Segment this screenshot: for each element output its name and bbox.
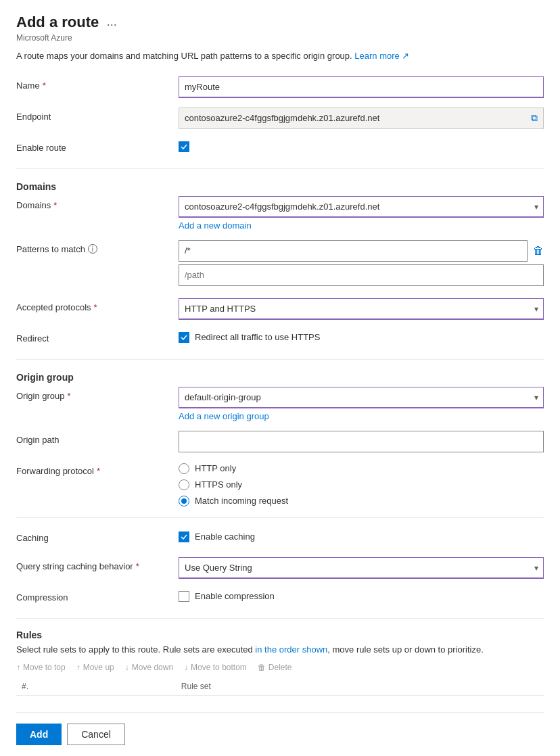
delete-icon: 🗑 — [258, 663, 266, 672]
redirect-text: Redirect all traffic to use HTTPS — [195, 332, 320, 342]
more-options-icon[interactable]: ··· — [107, 18, 117, 32]
patterns-label: Patterns to match i — [16, 240, 179, 254]
pattern-new-input[interactable] — [179, 264, 544, 286]
move-down-btn[interactable]: ↓ Move down — [125, 663, 173, 672]
query-string-select[interactable]: Use Query StringIgnore Query StringUse S… — [179, 557, 544, 579]
add-origin-group-link[interactable]: Add a new origin group — [179, 411, 269, 421]
caching-text: Enable caching — [195, 531, 255, 542]
origin-path-input[interactable] — [179, 431, 544, 452]
radio-match-incoming-label: Match incoming request — [195, 496, 288, 506]
radio-http-only[interactable] — [179, 463, 189, 474]
origin-group-label: Origin group * — [16, 387, 179, 401]
origin-path-label: Origin path — [16, 431, 179, 445]
forwarding-required-indicator: * — [97, 466, 100, 476]
radio-http-only-label: HTTP only — [195, 463, 236, 473]
move-down-label: Move down — [132, 663, 173, 672]
compression-label: Compression — [16, 588, 179, 603]
move-up-icon: ↑ — [76, 663, 80, 672]
caching-label: Caching — [16, 529, 179, 543]
move-to-top-label: Move to top — [23, 663, 66, 672]
delete-pattern-icon[interactable]: 🗑 — [533, 245, 544, 257]
accepted-protocols-label: Accepted protocols * — [16, 298, 179, 312]
radio-https-only[interactable] — [179, 479, 189, 490]
move-bottom-icon: ↓ — [184, 663, 188, 672]
redirect-checkbox[interactable] — [179, 332, 189, 343]
patterns-info-icon[interactable]: i — [88, 244, 97, 254]
domains-required-indicator: * — [53, 200, 57, 210]
rules-section-header: Rules — [16, 630, 544, 640]
name-label: Name * — [16, 76, 179, 91]
forwarding-protocol-label: Forwarding protocol * — [16, 462, 179, 476]
name-input[interactable] — [179, 76, 544, 98]
delete-label: Delete — [269, 663, 292, 672]
endpoint-value: contosoazure2-c4fggsfbgjgmdehk.z01.azure… — [179, 108, 544, 129]
add-domain-link[interactable]: Add a new domain — [179, 220, 252, 231]
page-description: A route maps your domains and matching U… — [16, 49, 544, 63]
compression-checkbox[interactable] — [179, 591, 189, 602]
move-up-btn[interactable]: ↑ Move up — [76, 663, 114, 672]
rules-col-number: #. — [16, 678, 176, 696]
enable-route-checkbox[interactable] — [179, 141, 189, 152]
rules-col-ruleset: Rule set — [176, 678, 544, 696]
domains-section-header: Domains — [16, 181, 544, 192]
move-down-icon: ↓ — [125, 663, 129, 672]
radio-match-incoming[interactable] — [179, 496, 189, 506]
origin-group-section-header: Origin group — [16, 372, 544, 383]
add-button[interactable]: Add — [16, 724, 62, 745]
domains-select[interactable]: contosoazure2-c4fggsfbgjgmdehk.z01.azure… — [179, 196, 544, 218]
query-string-required-indicator: * — [136, 561, 139, 571]
enable-route-label: Enable route — [16, 139, 179, 153]
endpoint-label: Endpoint — [16, 108, 179, 122]
cancel-button[interactable]: Cancel — [67, 724, 125, 745]
query-string-label: Query string caching behavior * — [16, 557, 179, 571]
compression-text: Enable compression — [195, 591, 275, 601]
page-title: Add a route — [16, 14, 99, 31]
move-top-icon: ↑ — [16, 663, 20, 672]
redirect-label: Redirect — [16, 329, 179, 344]
copy-icon[interactable]: ⧉ — [531, 112, 538, 124]
protocols-required-indicator: * — [94, 302, 97, 312]
move-to-top-btn[interactable]: ↑ Move to top — [16, 663, 66, 672]
radio-https-only-label: HTTPS only — [195, 479, 242, 490]
app-subtitle: Microsoft Azure — [16, 33, 544, 43]
accepted-protocols-select[interactable]: HTTP and HTTPSHTTP onlyHTTPS only — [179, 298, 544, 320]
move-up-label: Move up — [83, 663, 114, 672]
move-to-bottom-btn[interactable]: ↓ Move to bottom — [184, 663, 247, 672]
footer-actions: Add Cancel — [16, 712, 544, 745]
name-required-indicator: * — [43, 80, 46, 91]
learn-more-link[interactable]: Learn more ↗ — [354, 51, 409, 61]
move-to-bottom-label: Move to bottom — [191, 663, 247, 672]
forwarding-protocol-group: HTTP only HTTPS only Match incoming requ… — [179, 462, 544, 506]
caching-checkbox[interactable] — [179, 531, 189, 542]
delete-btn[interactable]: 🗑 Delete — [258, 663, 292, 672]
rules-table: #. Rule set — [16, 678, 544, 696]
origin-group-select[interactable]: default-origin-group — [179, 387, 544, 408]
origin-group-required-indicator: * — [68, 391, 71, 401]
rules-description: Select rule sets to apply to this route.… — [16, 643, 544, 657]
rules-desc-highlight: in the order shown — [255, 644, 327, 655]
pattern-fixed-input — [179, 240, 528, 262]
domains-label: Domains * — [16, 196, 179, 210]
rules-toolbar: ↑ Move to top ↑ Move up ↓ Move down ↓ Mo… — [16, 663, 544, 672]
